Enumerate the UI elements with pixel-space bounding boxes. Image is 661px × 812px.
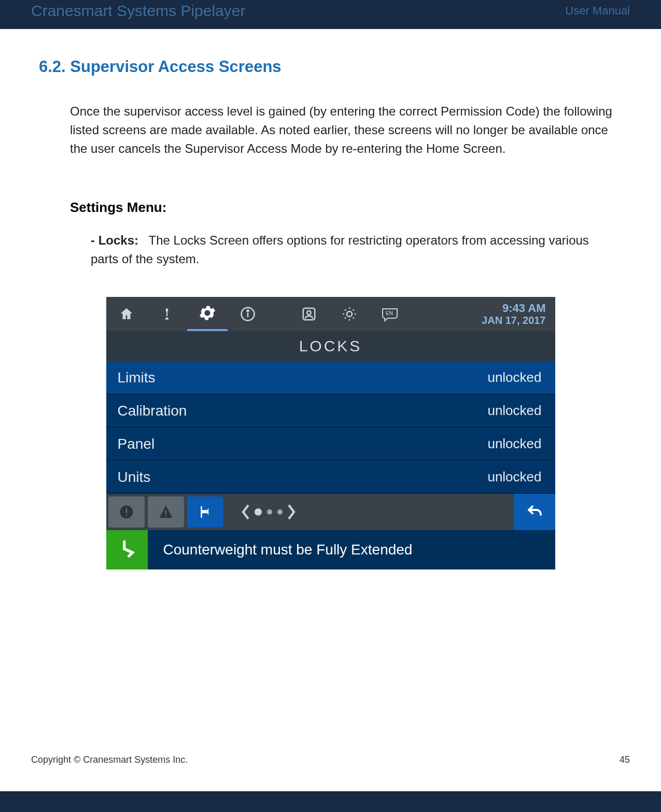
device-alert-bar: Counterweight must be Fully Extended: [106, 530, 555, 569]
locks-label-bold: - Locks:: [91, 233, 138, 247]
device-lock-rows: Limits unlocked Calibration unlocked Pan…: [106, 361, 555, 494]
svg-rect-0: [165, 308, 167, 312]
alert-warning-icon[interactable]: [148, 496, 184, 528]
undo-icon: [525, 504, 544, 520]
lock-value: unlocked: [487, 403, 541, 419]
svg-point-7: [347, 311, 352, 317]
settings-menu-heading: Settings Menu:: [70, 200, 622, 216]
lock-label: Limits: [118, 369, 156, 386]
device-top-icons: EN: [106, 297, 410, 331]
device-date: JAN 17, 2017: [482, 315, 545, 326]
doc-header-band: Cranesmart Systems Pipelayer User Manual: [0, 0, 661, 29]
svg-rect-12: [165, 510, 166, 514]
doc-footer-band: [0, 791, 661, 812]
chevron-right-icon: [286, 503, 297, 521]
lock-value: unlocked: [487, 369, 541, 386]
device-screen-title: LOCKS: [106, 331, 555, 361]
brightness-icon[interactable]: [329, 297, 370, 331]
device-clock: 9:43 AM JAN 17, 2017: [482, 302, 555, 326]
lock-row-panel[interactable]: Panel unlocked: [106, 428, 555, 461]
device-top-bar: EN 9:43 AM JAN 17, 2017: [106, 297, 555, 331]
section-heading: 6.2. Supervisor Access Screens: [39, 58, 622, 76]
alert-critical-icon[interactable]: [108, 496, 145, 528]
flag-icon[interactable]: [187, 496, 223, 528]
settings-gear-icon[interactable]: [187, 297, 228, 331]
device-time: 9:43 AM: [482, 302, 545, 315]
device-bottom-bar: [106, 494, 555, 530]
section-intro-paragraph: Once the supervisor access level is gain…: [70, 102, 622, 158]
lock-label: Calibration: [118, 403, 187, 419]
page-number: 45: [620, 754, 630, 765]
back-button[interactable]: [514, 494, 555, 530]
lock-row-calibration[interactable]: Calibration unlocked: [106, 394, 555, 428]
pager-dot-active: [255, 508, 262, 516]
pager-dot: [267, 509, 272, 515]
lock-value: unlocked: [487, 469, 541, 485]
lock-row-limits[interactable]: Limits unlocked: [106, 361, 555, 394]
lock-label: Panel: [118, 436, 155, 452]
svg-rect-13: [165, 515, 166, 517]
svg-point-4: [247, 310, 248, 311]
doc-type-label: User Manual: [565, 4, 630, 18]
language-en-icon[interactable]: EN: [370, 297, 410, 331]
device-screenshot: EN 9:43 AM JAN 17, 2017 LOCKS Limits unl…: [106, 297, 555, 569]
svg-rect-1: [166, 312, 167, 317]
svg-point-6: [307, 311, 311, 315]
svg-rect-10: [125, 508, 127, 514]
pager-dot: [277, 509, 283, 515]
home-icon[interactable]: [106, 297, 147, 331]
lock-value: unlocked: [487, 436, 541, 452]
copyright-text: Copyright © Cranesmart Systems Inc.: [31, 754, 188, 765]
alert-status-icon: [106, 530, 148, 569]
locks-desc-text: The Locks Screen offers options for rest…: [91, 233, 589, 266]
locks-description: - Locks: The Locks Screen offers options…: [91, 231, 601, 268]
lock-label: Units: [118, 469, 151, 486]
svg-text:EN: EN: [386, 310, 393, 316]
user-icon[interactable]: [289, 297, 329, 331]
crane-icon[interactable]: [147, 297, 187, 331]
chevron-left-icon: [241, 503, 251, 521]
svg-rect-11: [125, 515, 127, 516]
alert-message: Counterweight must be Fully Extended: [163, 542, 413, 558]
pager-indicator[interactable]: [241, 503, 297, 521]
lock-row-units[interactable]: Units unlocked: [106, 461, 555, 494]
page-footer: Copyright © Cranesmart Systems Inc. 45: [31, 754, 630, 765]
doc-product-title: Cranesmart Systems Pipelayer: [31, 2, 245, 20]
info-icon[interactable]: [228, 297, 268, 331]
